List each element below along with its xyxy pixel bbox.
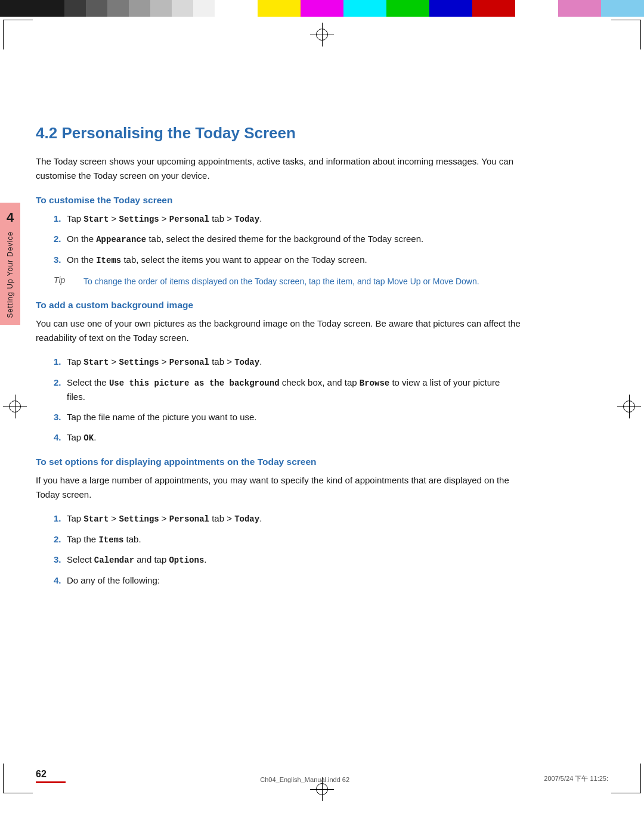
list-item: 4. Tap OK. (54, 430, 519, 445)
page-number-block: 62 (36, 769, 66, 783)
step-num-3d: 4. (54, 573, 67, 588)
step-num-1b: 2. (54, 232, 67, 246)
appointments-steps-list: 1. Tap Start > Settings > Personal tab >… (54, 511, 608, 587)
step-text-1c: On the Items tab, select the items you w… (67, 253, 519, 267)
intro-text: The Today screen shows your upcoming app… (36, 154, 525, 183)
subsection-heading-2: To add a custom background image (36, 300, 608, 311)
reg-mark-left-center (3, 395, 27, 418)
step-text-2d: Tap OK. (67, 430, 519, 445)
subsection-2-intro: You can use one of your own pictures as … (36, 316, 525, 345)
file-info: Ch04_English_Manual.indd 62 (260, 776, 349, 783)
list-item: 2. Tap the Items tab. (54, 532, 519, 547)
step-num-2d: 4. (54, 430, 67, 445)
step-text-3d: Do any of the following: (67, 573, 519, 588)
step-num-2c: 3. (54, 410, 67, 424)
step-text-3c: Select Calendar and tap Options. (67, 553, 519, 567)
customise-steps-list: 1. Tap Start > Settings > Personal tab >… (54, 212, 608, 267)
step-num-2b: 2. (54, 376, 67, 390)
step-text-2a: Tap Start > Settings > Personal tab > To… (67, 355, 519, 369)
page-number-underline (36, 781, 66, 783)
color-bar (0, 0, 644, 17)
list-item: 1. Tap Start > Settings > Personal tab >… (54, 355, 519, 369)
list-item: 1. Tap Start > Settings > Personal tab >… (54, 212, 519, 226)
step-text-2c: Tap the file name of the picture you wan… (67, 410, 519, 424)
background-steps-list: 1. Tap Start > Settings > Personal tab >… (54, 355, 608, 445)
tip-label: Tip (54, 275, 83, 285)
step-num-3a: 1. (54, 511, 67, 526)
list-item: 2. Select the Use this picture as the ba… (54, 376, 519, 404)
step-text-1b: On the Appearance tab, select the desire… (67, 232, 519, 246)
chapter-title: Setting Up Your Device (6, 231, 14, 318)
page-number: 62 (36, 769, 66, 780)
reg-mark-left (3, 395, 27, 418)
subsection-heading-3: To set options for displaying appointmen… (36, 457, 608, 467)
list-item: 3. Select Calendar and tap Options. (54, 553, 519, 567)
subsection-3-intro: If you have a large number of appointmen… (36, 473, 525, 502)
step-num-3c: 3. (54, 553, 67, 567)
step-text-1a: Tap Start > Settings > Personal tab > To… (67, 212, 519, 226)
list-item: 3. Tap the file name of the picture you … (54, 410, 519, 424)
step-text-2b: Select the Use this picture as the backg… (67, 376, 519, 404)
chapter-tab: 4 Setting Up Your Device (0, 203, 20, 325)
reg-mark-top (0, 17, 644, 52)
step-num-2a: 1. (54, 355, 67, 369)
reg-mark-right (617, 395, 641, 418)
step-num-1c: 3. (54, 253, 67, 267)
reg-mark-top-center (310, 23, 334, 46)
step-text-3a: Tap Start > Settings > Personal tab > To… (67, 511, 519, 526)
tip-block: Tip To change the order of items display… (54, 275, 519, 288)
list-item: 1. Tap Start > Settings > Personal tab >… (54, 511, 519, 526)
list-item: 2. On the Appearance tab, select the des… (54, 232, 519, 246)
reg-mark-bottom (310, 777, 334, 801)
step-text-3b: Tap the Items tab. (67, 532, 519, 547)
step-num-3b: 2. (54, 532, 67, 547)
section-number: 4.2 (36, 124, 57, 142)
section-heading: 4.2 Personalising the Today Screen (36, 124, 608, 142)
reg-mark-bottom-center (310, 777, 334, 801)
date-info: 2007/5/24 下午 11:25: (544, 774, 608, 783)
reg-mark-right-center (617, 395, 641, 418)
section-title: Personalising the Today Screen (61, 124, 296, 142)
subsection-heading-1: To customise the Today screen (36, 195, 608, 206)
chapter-number: 4 (7, 210, 14, 225)
tip-text: To change the order of items displayed o… (83, 275, 519, 288)
list-item: 4. Do any of the following: (54, 573, 519, 588)
step-num-1a: 1. (54, 212, 67, 226)
main-content: 4.2 Personalising the Today Screen The T… (36, 52, 608, 588)
list-item: 3. On the Items tab, select the items yo… (54, 253, 519, 267)
